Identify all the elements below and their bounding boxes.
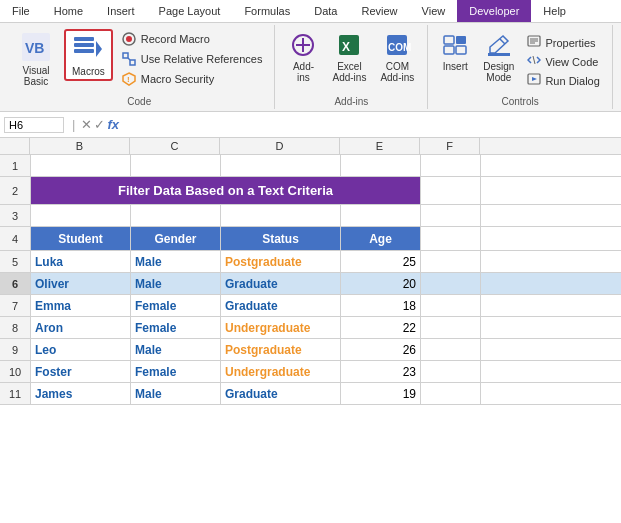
tab-insert[interactable]: Insert [95,0,147,22]
ribbon-group-addins: Add-ins X ExcelAdd-ins C [275,25,428,109]
row-num-6[interactable]: 6 [0,273,30,295]
visual-basic-button[interactable]: VB VisualBasic [12,29,60,89]
formula-input[interactable] [121,119,617,131]
cell-f7[interactable] [421,295,481,316]
cell-d1[interactable] [221,155,341,176]
tab-page-layout[interactable]: Page Layout [147,0,233,22]
cell-f2[interactable] [421,177,481,204]
cell-d11[interactable]: Graduate [221,383,341,404]
cell-b10[interactable]: Foster [31,361,131,382]
row-numbers: 1 2 3 4 5 6 7 8 9 10 11 [0,155,31,405]
col-header-e[interactable]: E [340,138,420,154]
cell-e5[interactable]: 25 [341,251,421,272]
tab-help[interactable]: Help [531,0,578,22]
cell-d6[interactable]: Graduate [221,273,341,294]
cell-f4[interactable] [421,227,481,250]
cell-c7[interactable]: Female [131,295,221,316]
tab-view[interactable]: View [410,0,458,22]
row-num-11[interactable]: 11 [0,383,30,405]
cell-d3[interactable] [221,205,341,226]
svg-line-31 [533,56,535,64]
view-code-button[interactable]: View Code [523,52,603,71]
com-addins-button[interactable]: COM COMAdd-ins [375,29,419,85]
cell-f9[interactable] [421,339,481,360]
cell-c1[interactable] [131,155,221,176]
row-num-4[interactable]: 4 [0,227,30,251]
header-age[interactable]: Age [341,227,421,250]
cell-d7[interactable]: Graduate [221,295,341,316]
cell-d9[interactable]: Postgraduate [221,339,341,360]
cell-b5[interactable]: Luka [31,251,131,272]
properties-button[interactable]: Properties [523,33,603,52]
cell-d5[interactable]: Postgraduate [221,251,341,272]
tab-developer[interactable]: Developer [457,0,531,22]
cell-e7[interactable]: 18 [341,295,421,316]
col-header-f[interactable]: F [420,138,480,154]
cell-b11[interactable]: James [31,383,131,404]
tab-file[interactable]: File [0,0,42,22]
cell-e6[interactable]: 20 [341,273,421,294]
row-num-2[interactable]: 2 [0,177,30,205]
cell-c6[interactable]: Male [131,273,221,294]
title-cell[interactable]: Filter Data Based on a Text Criteria [31,177,421,204]
cell-f8[interactable] [421,317,481,338]
cell-d8[interactable]: Undergraduate [221,317,341,338]
cell-e11[interactable]: 19 [341,383,421,404]
cell-f10[interactable] [421,361,481,382]
cell-e3[interactable] [341,205,421,226]
addins-icon [289,31,317,59]
header-status[interactable]: Status [221,227,341,250]
row-num-1[interactable]: 1 [0,155,30,177]
cell-f11[interactable] [421,383,481,404]
cell-d10[interactable]: Undergraduate [221,361,341,382]
cell-b6[interactable]: Oliver [31,273,131,294]
cell-c8[interactable]: Female [131,317,221,338]
insert-control-button[interactable]: Insert [436,29,474,74]
cell-c11[interactable]: Male [131,383,221,404]
tab-home[interactable]: Home [42,0,95,22]
confirm-formula-icon[interactable]: ✓ [94,117,105,132]
row-num-9[interactable]: 9 [0,339,30,361]
cell-c10[interactable]: Female [131,361,221,382]
cell-b7[interactable]: Emma [31,295,131,316]
cell-f6[interactable] [421,273,481,294]
tab-formulas[interactable]: Formulas [232,0,302,22]
row-num-5[interactable]: 5 [0,251,30,273]
cell-e1[interactable] [341,155,421,176]
tab-data[interactable]: Data [302,0,349,22]
cell-c3[interactable] [131,205,221,226]
cell-b3[interactable] [31,205,131,226]
cell-b1[interactable] [31,155,131,176]
col-header-c[interactable]: C [130,138,220,154]
macros-button[interactable]: Macros [64,29,113,81]
row-num-8[interactable]: 8 [0,317,30,339]
cell-e9[interactable]: 26 [341,339,421,360]
macro-security-button[interactable]: ! Macro Security [117,69,267,89]
row-num-7[interactable]: 7 [0,295,30,317]
header-gender[interactable]: Gender [131,227,221,250]
cell-e10[interactable]: 23 [341,361,421,382]
row-num-10[interactable]: 10 [0,361,30,383]
excel-addins-button[interactable]: X ExcelAdd-ins [327,29,371,85]
addins-button[interactable]: Add-ins [283,29,323,85]
cell-b9[interactable]: Leo [31,339,131,360]
row-num-3[interactable]: 3 [0,205,30,227]
cancel-formula-icon[interactable]: ✕ [81,117,92,132]
col-header-b[interactable]: B [30,138,130,154]
col-header-d[interactable]: D [220,138,340,154]
cell-c5[interactable]: Male [131,251,221,272]
run-dialog-button[interactable]: Run Dialog [523,71,603,90]
header-student[interactable]: Student [31,227,131,250]
use-relative-button[interactable]: Use Relative References [117,49,267,69]
tab-review[interactable]: Review [349,0,409,22]
cell-f3[interactable] [421,205,481,226]
cell-f1[interactable] [421,155,481,176]
cell-c9[interactable]: Male [131,339,221,360]
function-icon[interactable]: fx [107,117,119,132]
cell-reference-input[interactable] [4,117,64,133]
record-macro-button[interactable]: Record Macro [117,29,267,49]
design-mode-button[interactable]: DesignMode [478,29,519,85]
cell-b8[interactable]: Aron [31,317,131,338]
cell-e8[interactable]: 22 [341,317,421,338]
cell-f5[interactable] [421,251,481,272]
